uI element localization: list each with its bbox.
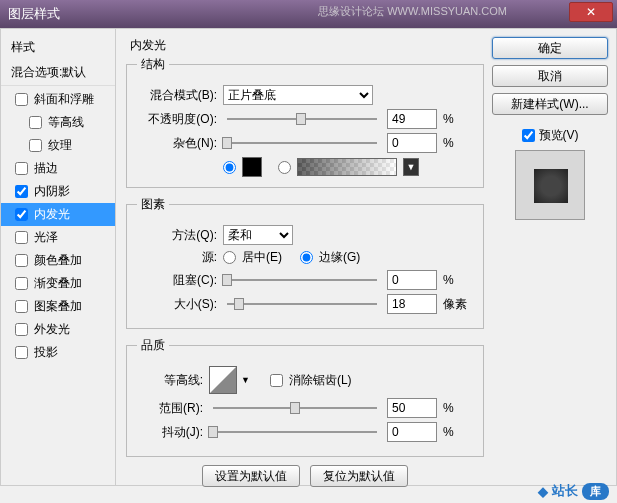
style-label: 斜面和浮雕 xyxy=(34,91,94,108)
opacity-unit: % xyxy=(443,112,473,126)
make-default-button[interactable]: 设置为默认值 xyxy=(202,465,300,487)
content-area: 内发光 结构 混合模式(B): 正片叠底 不透明度(O): % 杂色(N): xyxy=(116,29,616,485)
chevron-down-icon[interactable]: ▼ xyxy=(241,375,250,385)
new-style-button[interactable]: 新建样式(W)... xyxy=(492,93,608,115)
source-edge-label: 边缘(G) xyxy=(319,249,360,266)
style-label: 图案叠加 xyxy=(34,298,82,315)
jitter-input[interactable] xyxy=(387,422,437,442)
sidebar-item[interactable]: 图案叠加 xyxy=(1,295,115,318)
sidebar-item[interactable]: 颜色叠加 xyxy=(1,249,115,272)
opacity-slider[interactable] xyxy=(227,110,377,128)
size-input[interactable] xyxy=(387,294,437,314)
style-checkbox[interactable] xyxy=(15,323,28,336)
antialias-checkbox[interactable] xyxy=(270,374,283,387)
jitter-slider[interactable] xyxy=(213,423,377,441)
style-label: 等高线 xyxy=(48,114,84,131)
antialias-label: 消除锯齿(L) xyxy=(289,372,352,389)
opacity-label: 不透明度(O): xyxy=(137,111,217,128)
style-checkbox[interactable] xyxy=(15,254,28,267)
style-checkbox[interactable] xyxy=(15,93,28,106)
elements-group: 图素 方法(Q): 柔和 源: 居中(E) 边缘(G) 阻塞(C): xyxy=(126,196,484,329)
source-center-radio[interactable] xyxy=(223,251,236,264)
style-label: 纹理 xyxy=(48,137,72,154)
sidebar-item[interactable]: 内阴影 xyxy=(1,180,115,203)
blend-mode-label: 混合模式(B): xyxy=(137,87,217,104)
solid-color-radio[interactable] xyxy=(223,161,236,174)
source-edge-radio[interactable] xyxy=(300,251,313,264)
sidebar-blending-options[interactable]: 混合选项:默认 xyxy=(1,60,115,86)
style-label: 光泽 xyxy=(34,229,58,246)
choke-input[interactable] xyxy=(387,270,437,290)
structure-legend: 结构 xyxy=(137,56,169,73)
choke-label: 阻塞(C): xyxy=(137,272,217,289)
sidebar-item[interactable]: 描边 xyxy=(1,157,115,180)
sidebar-item[interactable]: 斜面和浮雕 xyxy=(1,88,115,111)
choke-unit: % xyxy=(443,273,473,287)
preview-box xyxy=(515,150,585,220)
style-checkbox[interactable] xyxy=(29,116,42,129)
style-label: 颜色叠加 xyxy=(34,252,82,269)
sidebar-item[interactable]: 投影 xyxy=(1,341,115,364)
style-label: 内发光 xyxy=(34,206,70,223)
style-checkbox[interactable] xyxy=(15,208,28,221)
style-checkbox[interactable] xyxy=(29,139,42,152)
size-label: 大小(S): xyxy=(137,296,217,313)
elements-legend: 图素 xyxy=(137,196,169,213)
main-panel: 样式 混合选项:默认 斜面和浮雕等高线纹理描边内阴影内发光光泽颜色叠加渐变叠加图… xyxy=(0,28,617,486)
range-slider[interactable] xyxy=(213,399,377,417)
style-checkbox[interactable] xyxy=(15,346,28,359)
range-unit: % xyxy=(443,401,473,415)
noise-slider[interactable] xyxy=(227,134,377,152)
contour-picker[interactable] xyxy=(209,366,237,394)
blend-mode-select[interactable]: 正片叠底 xyxy=(223,85,373,105)
window-title: 图层样式 xyxy=(8,5,609,23)
quality-legend: 品质 xyxy=(137,337,169,354)
preview-checkbox[interactable] xyxy=(522,129,535,142)
source-center-label: 居中(E) xyxy=(242,249,282,266)
style-checkbox[interactable] xyxy=(15,300,28,313)
close-button[interactable]: ✕ xyxy=(569,2,613,22)
sidebar-item[interactable]: 内发光 xyxy=(1,203,115,226)
sidebar-item[interactable]: 等高线 xyxy=(1,111,115,134)
style-label: 投影 xyxy=(34,344,58,361)
method-select[interactable]: 柔和 xyxy=(223,225,293,245)
style-checkbox[interactable] xyxy=(15,185,28,198)
color-swatch[interactable] xyxy=(242,157,262,177)
jitter-unit: % xyxy=(443,425,473,439)
noise-unit: % xyxy=(443,136,473,150)
noise-input[interactable] xyxy=(387,133,437,153)
sidebar-item[interactable]: 外发光 xyxy=(1,318,115,341)
cancel-button[interactable]: 取消 xyxy=(492,65,608,87)
footer-icon: ◆ xyxy=(538,484,548,499)
source-label: 源: xyxy=(137,249,217,266)
watermark-text: 思缘设计论坛 WWW.MISSYUAN.COM xyxy=(318,4,507,19)
noise-label: 杂色(N): xyxy=(137,135,217,152)
style-label: 内阴影 xyxy=(34,183,70,200)
style-checkbox[interactable] xyxy=(15,162,28,175)
size-slider[interactable] xyxy=(227,295,377,313)
title-bar: 图层样式 思缘设计论坛 WWW.MISSYUAN.COM ✕ xyxy=(0,0,617,28)
sidebar-item[interactable]: 光泽 xyxy=(1,226,115,249)
opacity-input[interactable] xyxy=(387,109,437,129)
sidebar-header: 样式 xyxy=(1,35,115,60)
contour-label: 等高线: xyxy=(137,372,203,389)
sidebar-item[interactable]: 纹理 xyxy=(1,134,115,157)
ok-button[interactable]: 确定 xyxy=(492,37,608,59)
footer-watermark: ◆ 站长 库 xyxy=(538,482,609,500)
style-label: 描边 xyxy=(34,160,58,177)
reset-default-button[interactable]: 复位为默认值 xyxy=(310,465,408,487)
style-checkbox[interactable] xyxy=(15,231,28,244)
sidebar-item[interactable]: 渐变叠加 xyxy=(1,272,115,295)
jitter-label: 抖动(J): xyxy=(137,424,203,441)
range-input[interactable] xyxy=(387,398,437,418)
size-unit: 像素 xyxy=(443,296,473,313)
styles-sidebar: 样式 混合选项:默认 斜面和浮雕等高线纹理描边内阴影内发光光泽颜色叠加渐变叠加图… xyxy=(1,29,116,485)
preview-swatch xyxy=(534,169,568,203)
preview-label: 预览(V) xyxy=(539,127,579,144)
choke-slider[interactable] xyxy=(227,271,377,289)
gradient-radio[interactable] xyxy=(278,161,291,174)
style-checkbox[interactable] xyxy=(15,277,28,290)
gradient-swatch[interactable] xyxy=(297,158,397,176)
gradient-dropdown-icon[interactable]: ▼ xyxy=(403,158,419,176)
panel-title: 内发光 xyxy=(126,37,484,54)
